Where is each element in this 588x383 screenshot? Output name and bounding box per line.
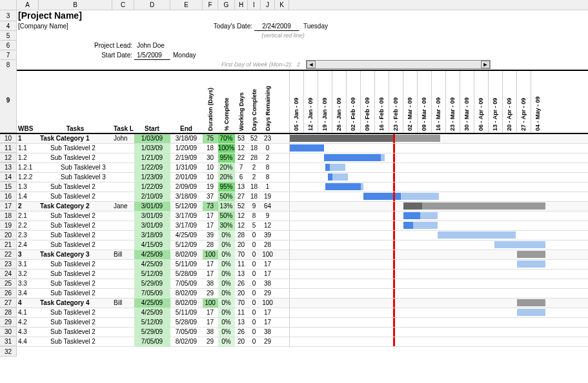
wbs-cell[interactable]: 1 <box>17 134 39 143</box>
wbs-cell[interactable]: 3.3 <box>17 279 39 288</box>
wbs-cell[interactable]: 4.2 <box>17 318 39 327</box>
task-cell[interactable]: Sub Tasklevel 2 <box>39 328 112 337</box>
pct-cell[interactable]: 0% <box>218 279 235 288</box>
pct-cell[interactable]: 50% <box>218 211 235 221</box>
task-cell[interactable]: Sub Tasklevel 2 <box>39 241 112 250</box>
project-lead-value[interactable]: John Doe <box>134 41 203 50</box>
start-cell[interactable]: 3/01/09 <box>134 202 170 211</box>
start-cell[interactable]: 7/05/09 <box>134 337 170 346</box>
end-cell[interactable]: 5/11/09 <box>170 308 203 317</box>
duration-cell[interactable]: 100 <box>203 250 218 259</box>
task-cell[interactable]: Sub Tasklevel 2 <box>39 211 112 221</box>
end-cell[interactable]: 1/31/09 <box>170 163 203 172</box>
task-cell[interactable]: Sub Tasklevel 3 <box>39 163 112 172</box>
task-cell[interactable]: Sub Tasklevel 2 <box>39 337 112 346</box>
scroll-left-icon[interactable]: ◄ <box>307 61 316 68</box>
lead-cell[interactable] <box>112 231 134 240</box>
duration-cell[interactable]: 17 <box>203 211 218 221</box>
task-cell[interactable]: Sub Tasklevel 2 <box>39 260 112 269</box>
end-cell[interactable]: 5/28/09 <box>170 270 203 279</box>
lead-cell[interactable] <box>112 289 134 298</box>
wbs-cell[interactable]: 4.4 <box>17 337 39 346</box>
start-cell[interactable]: 4/25/09 <box>134 250 170 259</box>
start-cell[interactable]: 4/25/09 <box>134 260 170 269</box>
task-cell[interactable]: Sub Tasklevel 2 <box>39 192 112 201</box>
duration-cell[interactable]: 17 <box>203 318 218 327</box>
duration-cell[interactable]: 17 <box>203 260 218 269</box>
duration-cell[interactable]: 39 <box>203 231 218 240</box>
lead-cell[interactable]: John <box>112 134 134 143</box>
lead-cell[interactable] <box>112 337 134 346</box>
end-cell[interactable]: 7/05/09 <box>170 279 203 288</box>
wbs-cell[interactable]: 4.3 <box>17 328 39 337</box>
task-cell[interactable]: Sub Tasklevel 2 <box>39 318 112 327</box>
start-cell[interactable]: 2/10/09 <box>134 192 170 201</box>
lead-cell[interactable] <box>112 144 134 153</box>
start-cell[interactable]: 1/23/09 <box>134 173 170 182</box>
start-cell[interactable]: 5/12/09 <box>134 270 170 279</box>
pct-cell[interactable]: 95% <box>218 153 235 162</box>
lead-cell[interactable] <box>112 192 134 201</box>
start-cell[interactable]: 3/01/09 <box>134 211 170 221</box>
start-cell[interactable]: 3/18/09 <box>134 231 170 240</box>
lead-cell[interactable] <box>112 328 134 337</box>
lead-cell[interactable] <box>112 173 134 182</box>
wbs-cell[interactable]: 1.2 <box>17 153 39 162</box>
end-cell[interactable]: 4/25/09 <box>170 231 203 240</box>
end-cell[interactable]: 3/18/09 <box>170 134 203 143</box>
wbs-cell[interactable]: 2.3 <box>17 231 39 240</box>
lead-cell[interactable] <box>112 153 134 162</box>
lead-cell[interactable] <box>112 221 134 230</box>
start-cell[interactable]: 7/05/09 <box>134 289 170 298</box>
end-cell[interactable]: 2/19/09 <box>170 153 203 162</box>
task-cell[interactable]: Sub Tasklevel 3 <box>39 173 112 182</box>
lead-cell[interactable] <box>112 163 134 172</box>
col-tasks[interactable]: Tasks <box>39 125 112 133</box>
duration-cell[interactable]: 37 <box>203 192 218 201</box>
duration-cell[interactable]: 75 <box>203 134 218 143</box>
scroll-right-icon[interactable]: ► <box>481 61 490 68</box>
todays-date[interactable]: 2/24/2009 <box>254 21 299 31</box>
wbs-cell[interactable]: 2.4 <box>17 241 39 250</box>
gantt-scroll[interactable]: ◄► <box>306 60 491 69</box>
wbs-cell[interactable]: 3.4 <box>17 289 39 298</box>
start-date-value[interactable]: 1/5/2009 <box>134 50 170 60</box>
task-cell[interactable]: Sub Tasklevel 2 <box>39 308 112 317</box>
col-working[interactable]: Working Days <box>238 71 245 132</box>
duration-cell[interactable]: 100 <box>203 299 218 308</box>
task-cell[interactable]: Task Category 1 <box>39 134 112 143</box>
wbs-cell[interactable]: 1.3 <box>17 182 39 192</box>
pct-cell[interactable]: 95% <box>218 182 235 192</box>
task-cell[interactable]: Sub Tasklevel 2 <box>39 221 112 230</box>
lead-cell[interactable] <box>112 270 134 279</box>
col-wbs[interactable]: WBS <box>17 125 39 133</box>
duration-cell[interactable]: 18 <box>203 144 218 153</box>
lead-cell[interactable] <box>112 279 134 288</box>
pct-cell[interactable]: 0% <box>218 260 235 269</box>
wbs-cell[interactable]: 2.1 <box>17 211 39 221</box>
duration-cell[interactable]: 38 <box>203 328 218 337</box>
duration-cell[interactable]: 73 <box>203 202 218 211</box>
duration-cell[interactable]: 29 <box>203 337 218 346</box>
duration-cell[interactable]: 30 <box>203 153 218 162</box>
end-cell[interactable]: 8/02/09 <box>170 299 203 308</box>
start-cell[interactable]: 5/29/09 <box>134 328 170 337</box>
start-cell[interactable]: 1/03/09 <box>134 144 170 153</box>
duration-cell[interactable]: 19 <box>203 182 218 192</box>
pct-cell[interactable]: 0% <box>218 289 235 298</box>
end-cell[interactable]: 3/17/09 <box>170 211 203 221</box>
task-cell[interactable]: Task Category 3 <box>39 250 112 259</box>
col-start[interactable]: Start <box>134 125 170 133</box>
lead-cell[interactable]: Bill <box>112 250 134 259</box>
lead-cell[interactable] <box>112 182 134 192</box>
wbs-cell[interactable]: 3.2 <box>17 270 39 279</box>
pct-cell[interactable]: 0% <box>218 250 235 259</box>
pct-cell[interactable]: 0% <box>218 299 235 308</box>
end-cell[interactable]: 3/18/09 <box>170 192 203 201</box>
duration-cell[interactable]: 38 <box>203 279 218 288</box>
project-name[interactable]: [Project Name] <box>17 10 170 21</box>
wbs-cell[interactable]: 3.1 <box>17 260 39 269</box>
lead-cell[interactable] <box>112 211 134 221</box>
col-end[interactable]: End <box>170 125 203 133</box>
col-task_lead[interactable]: Task Lead <box>112 125 134 133</box>
